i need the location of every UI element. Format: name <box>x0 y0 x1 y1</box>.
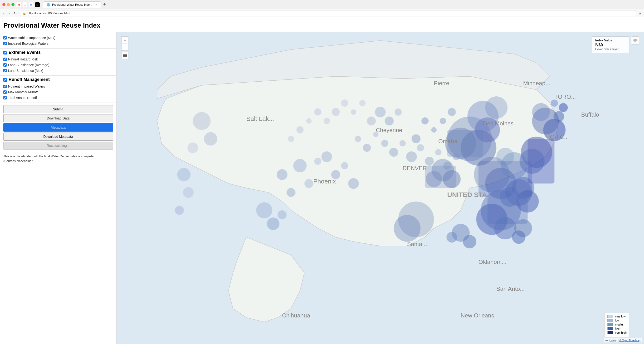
hover-text: Hover over a layer <box>595 48 626 51</box>
minimize-traffic-light[interactable] <box>7 3 10 6</box>
max-monthly-runoff-checkbox[interactable] <box>3 90 7 94</box>
svg-text:Cheyenne: Cheyenne <box>376 127 402 133</box>
extreme-events-header: Extreme Events <box>3 50 113 55</box>
svg-text:Des Moines: Des Moines <box>483 120 514 127</box>
leaflet-link[interactable]: Leaflet <box>609 339 617 342</box>
map-layers-toggle[interactable] <box>631 37 639 45</box>
svg-point-53 <box>278 210 286 219</box>
svg-text:Salt Lak...: Salt Lak... <box>246 115 274 122</box>
svg-text:Minneap...: Minneap... <box>523 80 550 86</box>
notion-tab-icon[interactable]: N <box>35 3 40 7</box>
map-container[interactable]: Salt Lak... Phoenix DENVER UNITED STA...… <box>116 32 644 344</box>
svg-point-70 <box>463 235 476 248</box>
zoom-out-button[interactable]: − <box>121 44 128 51</box>
buttons-section: Submit Download Data Metadata Download M… <box>0 103 116 152</box>
svg-text:Pierre: Pierre <box>434 80 449 86</box>
tab-favicon: 🌐 <box>46 3 50 7</box>
svg-point-84 <box>306 118 312 124</box>
sidebar: Water Habitat Importance (Max) Impaired … <box>0 32 116 344</box>
svg-text:Buffalo: Buffalo <box>581 111 599 118</box>
google-drive-tab-icon[interactable]: ▲ <box>22 3 27 7</box>
map-controls: + − <box>121 37 128 59</box>
legend-label-high: high <box>615 327 620 330</box>
legend-high: high <box>608 327 627 330</box>
google-cal-tab-icon[interactable]: 18 <box>29 3 34 7</box>
land-subsidence-max-label: Land Subsidence (Max) <box>8 69 43 73</box>
metadata-button[interactable]: Metadata <box>3 123 113 132</box>
index-value-label: Index Value <box>595 39 626 42</box>
submit-button[interactable]: Submit <box>3 105 113 113</box>
svg-text:San Anto...: San Anto... <box>496 285 524 292</box>
impaired-ecological-waters-item: Impaired Ecological Waters <box>3 41 113 46</box>
svg-point-44 <box>394 109 402 116</box>
svg-point-42 <box>375 107 386 117</box>
runoff-management-header: Runoff Management <box>3 77 113 82</box>
maximize-traffic-light[interactable] <box>12 3 14 6</box>
impaired-ecological-waters-label: Impaired Ecological Waters <box>8 42 48 46</box>
svg-point-47 <box>512 230 525 244</box>
nutrient-impaired-waters-label: Nutrient Impaired Waters <box>8 85 45 88</box>
max-monthly-runoff-label: Max Monthly Runoff <box>8 90 38 94</box>
land-subsidence-avg-item: Land Subsidence (Average) <box>3 63 113 67</box>
runoff-management-checkbox[interactable] <box>3 78 7 82</box>
index-value-na: N/A <box>595 42 626 48</box>
layers-button[interactable] <box>121 52 128 59</box>
legend-label-very-high: very high <box>615 331 627 334</box>
osm-link[interactable]: © OpenStreetMap <box>619 339 640 342</box>
back-button[interactable]: ‹ <box>2 11 6 16</box>
nutrient-impaired-waters-checkbox[interactable] <box>3 85 7 88</box>
svg-point-58 <box>389 148 398 157</box>
close-traffic-light[interactable] <box>2 3 6 6</box>
bookmark-icon[interactable]: ☆ <box>638 11 642 16</box>
svg-point-34 <box>286 188 296 197</box>
svg-point-25 <box>422 117 428 124</box>
map-attribution: Leaflet | © OpenStreetMap <box>604 338 642 342</box>
reload-button[interactable]: ↻ <box>12 11 18 16</box>
browser-url-bar: ‹ › ↻ 🔒 http://localhost:8000/index.html… <box>0 9 644 17</box>
total-annual-runoff-checkbox[interactable] <box>3 96 7 100</box>
download-metadata-button[interactable]: Download Metadata <box>3 133 113 141</box>
impaired-ecological-waters-checkbox[interactable] <box>3 42 7 45</box>
url-bar[interactable]: 🔒 http://localhost:8000/index.html <box>20 10 636 16</box>
land-subsidence-max-checkbox[interactable] <box>3 69 7 72</box>
map-legend: very low low medium high very high <box>604 313 630 337</box>
svg-point-71 <box>446 232 457 242</box>
svg-point-49 <box>183 187 194 198</box>
svg-point-81 <box>332 108 340 116</box>
svg-text:Oklahom...: Oklahom... <box>478 259 506 265</box>
svg-point-50 <box>175 206 184 215</box>
osm-attribution: | © OpenStreetMap <box>618 339 640 342</box>
tab-close-button[interactable]: ✕ <box>95 4 97 6</box>
svg-point-82 <box>324 118 330 124</box>
url-text: http://localhost:8000/index.html <box>28 12 70 15</box>
gmail-tab-icon[interactable]: M <box>16 3 21 7</box>
download-data-button[interactable]: Download Data <box>3 114 113 122</box>
forward-button[interactable]: › <box>7 11 10 16</box>
footer-text: This is a placeholder until the final Wa… <box>0 152 116 165</box>
extreme-events-checkbox[interactable] <box>3 51 7 55</box>
total-annual-runoff-item: Total Annual Runoff <box>3 95 113 100</box>
svg-text:New Orleans: New Orleans <box>461 312 494 319</box>
legend-label-medium: medium <box>615 323 625 326</box>
svg-text:Omaha: Omaha <box>438 138 457 144</box>
natural-hazard-risk-checkbox[interactable] <box>3 58 7 61</box>
svg-point-83 <box>314 109 321 116</box>
svg-point-85 <box>296 126 304 134</box>
zoom-in-button[interactable]: + <box>121 37 128 44</box>
svg-text:Santa ...: Santa ... <box>407 241 429 247</box>
new-tab-button[interactable]: + <box>102 2 107 8</box>
footer-line-2: {Sources placeholder} <box>3 159 113 163</box>
svg-point-59 <box>400 140 406 146</box>
browser-chrome: M ▲ 18 N 🌐 Provisional Water Reuse Inde.… <box>0 0 644 17</box>
svg-point-37 <box>188 143 198 153</box>
svg-point-45 <box>367 117 376 126</box>
legend-label-low: low <box>615 319 619 322</box>
water-habitat-importance-max-checkbox[interactable] <box>3 36 7 40</box>
natural-hazard-risk-item: Natural Hazard Risk <box>3 57 113 62</box>
traffic-lights <box>2 3 14 6</box>
svg-point-68 <box>551 100 558 107</box>
land-subsidence-avg-checkbox[interactable] <box>3 63 7 67</box>
svg-rect-109 <box>123 54 127 55</box>
active-browser-tab[interactable]: 🌐 Provisional Water Reuse Inde... ✕ <box>43 2 101 8</box>
svg-text:Phoenix: Phoenix <box>313 178 336 185</box>
